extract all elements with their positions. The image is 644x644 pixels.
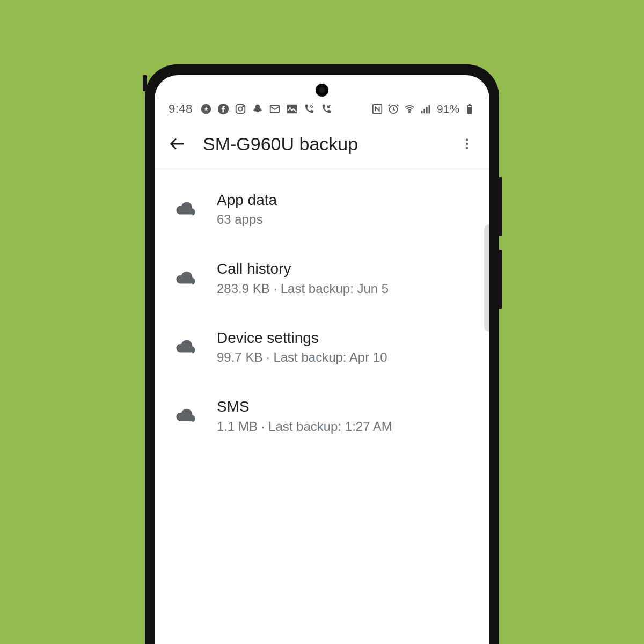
item-subtitle: 283.9 KB · Last backup: Jun 5 — [217, 281, 475, 296]
cloud-icon — [173, 267, 199, 289]
phone-wifi-icon — [303, 103, 315, 115]
page-title: SM-G960U backup — [203, 134, 456, 155]
svg-point-10 — [409, 111, 410, 112]
item-title: SMS — [217, 397, 475, 416]
nfc-icon — [371, 103, 383, 115]
side-button — [498, 250, 502, 309]
more-options-button[interactable] — [456, 133, 478, 155]
alarm-icon — [387, 103, 399, 115]
arrow-left-icon — [168, 135, 186, 153]
svg-rect-12 — [423, 109, 425, 113]
mail-icon — [269, 103, 281, 115]
cloud-icon — [173, 335, 199, 358]
snapchat-icon — [252, 103, 264, 115]
svg-rect-17 — [468, 106, 471, 107]
item-title: Call history — [217, 259, 475, 279]
status-right: 91% — [371, 103, 475, 115]
svg-point-7 — [289, 107, 291, 108]
screen: 9:48 — [155, 75, 489, 644]
instagram-icon — [235, 103, 246, 115]
svg-point-20 — [466, 147, 468, 149]
side-button — [498, 177, 502, 236]
app-bar: SM-G960U backup — [155, 121, 489, 169]
item-subtitle: 99.7 KB · Last backup: Apr 10 — [217, 350, 475, 365]
app-circle-icon — [200, 103, 212, 115]
status-left: 9:48 — [169, 102, 332, 116]
more-vert-icon — [460, 137, 474, 151]
item-title: App data — [217, 191, 475, 210]
svg-rect-14 — [428, 105, 430, 114]
phone-frame: 9:48 — [145, 64, 499, 644]
svg-point-4 — [243, 106, 244, 107]
list-item-device-settings[interactable]: Device settings 99.7 KB · Last backup: A… — [155, 312, 489, 381]
svg-rect-11 — [421, 111, 423, 114]
svg-point-3 — [238, 107, 242, 111]
item-subtitle: 1.1 MB · Last backup: 1:27 AM — [217, 419, 475, 434]
battery-icon — [464, 103, 475, 115]
list-item-call-history[interactable]: Call history 283.9 KB · Last backup: Jun… — [155, 243, 489, 312]
photo-icon — [286, 103, 298, 115]
cloud-icon — [173, 197, 199, 220]
facebook-icon — [217, 103, 229, 115]
list-item-app-data[interactable]: App data 63 apps — [155, 174, 489, 243]
svg-rect-13 — [426, 107, 428, 113]
svg-rect-16 — [469, 104, 471, 106]
phone-in-icon — [320, 103, 332, 115]
front-camera — [316, 84, 328, 97]
svg-point-19 — [466, 143, 468, 145]
scroll-handle[interactable] — [484, 224, 489, 332]
status-time: 9:48 — [169, 102, 193, 116]
wifi-icon — [404, 103, 415, 115]
list-item-sms[interactable]: SMS 1.1 MB · Last backup: 1:27 AM — [155, 381, 489, 450]
svg-point-18 — [466, 138, 468, 141]
battery-percent: 91% — [437, 103, 459, 115]
item-title: Device settings — [217, 328, 475, 348]
back-button[interactable] — [166, 133, 188, 155]
signal-icon — [420, 103, 431, 115]
backup-list: App data 63 apps Call history 283.9 KB ·… — [155, 169, 489, 456]
cloud-icon — [173, 404, 199, 427]
item-subtitle: 63 apps — [217, 212, 475, 227]
side-button — [143, 75, 147, 91]
status-bar: 9:48 — [155, 75, 489, 121]
